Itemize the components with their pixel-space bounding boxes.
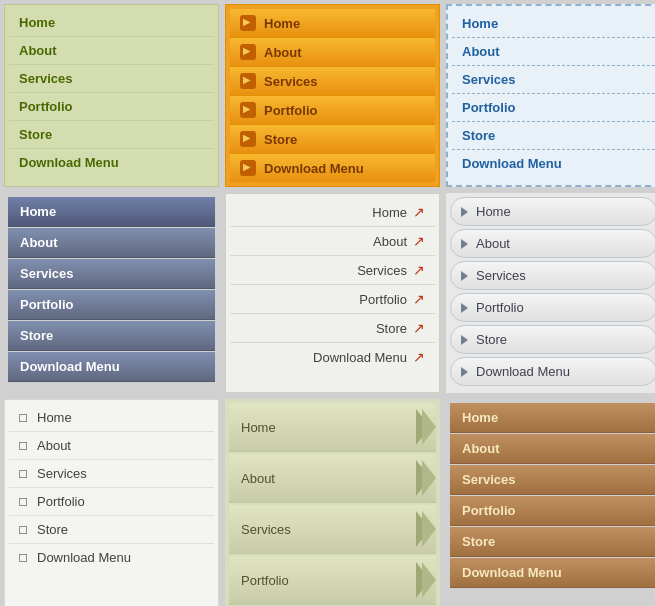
chevron-icon <box>414 409 436 445</box>
triangle-icon <box>461 367 468 377</box>
menu-item-home[interactable]: Home <box>8 197 215 227</box>
menu-item-download[interactable]: Download Menu <box>230 154 435 182</box>
menu-item-services[interactable]: Services <box>230 67 435 96</box>
menu-green: Home About Services Portfolio Store Down… <box>4 4 219 187</box>
arrow-icon <box>240 102 256 118</box>
triangle-icon <box>461 239 468 249</box>
bullet-icon <box>19 442 27 450</box>
menu-item-home[interactable]: Home <box>450 403 655 433</box>
menu-item-store[interactable]: Store <box>8 321 215 351</box>
menu-item-download[interactable]: Download Menu <box>450 357 655 386</box>
menu-grid: Home About Services Portfolio Store Down… <box>4 4 651 606</box>
triangle-icon <box>461 207 468 217</box>
menu-item-home[interactable]: Home <box>452 10 655 38</box>
menu-item-portfolio[interactable]: Portfolio <box>450 496 655 526</box>
menu-item-services[interactable]: Services ↗ <box>230 256 435 285</box>
menu-orange: Home About Services Portfolio Store Down… <box>225 4 440 187</box>
item-label: Services <box>241 522 291 537</box>
menu-item-about[interactable]: About <box>452 38 655 66</box>
menu-item-store[interactable]: Store <box>450 325 655 354</box>
menu-item-portfolio[interactable]: Portfolio <box>230 96 435 125</box>
menu-item-store[interactable]: Store <box>9 121 214 149</box>
bullet-icon <box>19 526 27 534</box>
item-label: Home <box>241 420 276 435</box>
menu-item-portfolio[interactable]: Portfolio <box>229 556 436 605</box>
triangle-icon <box>461 271 468 281</box>
menu-bullet: Home About Services Portfolio Store Down… <box>4 399 219 606</box>
menu-item-store[interactable]: Store <box>9 516 214 544</box>
arrow-icon <box>240 160 256 176</box>
menu-item-home[interactable]: Home <box>229 403 436 452</box>
triangle-icon <box>461 335 468 345</box>
menu-item-about[interactable]: About <box>229 454 436 503</box>
menu-item-home[interactable]: Home <box>230 9 435 38</box>
menu-item-services[interactable]: Services <box>229 505 436 554</box>
menu-brown: Home About Services Portfolio Store Down… <box>446 399 655 606</box>
item-label: Portfolio <box>241 573 289 588</box>
menu-rounded: Home About Services Portfolio Store Down… <box>446 193 655 393</box>
menu-dotted: Home About Services Portfolio Store Down… <box>446 4 655 187</box>
arrow-icon <box>240 131 256 147</box>
menu-item-services[interactable]: Services <box>452 66 655 94</box>
menu-item-download[interactable]: Download Menu <box>452 150 655 177</box>
menu-item-portfolio[interactable]: Portfolio <box>8 290 215 320</box>
bullet-icon <box>19 554 27 562</box>
red-arrow-icon: ↗ <box>413 320 425 336</box>
menu-item-portfolio[interactable]: Portfolio ↗ <box>230 285 435 314</box>
red-arrow-icon: ↗ <box>413 291 425 307</box>
arrow-icon <box>240 73 256 89</box>
menu-item-about[interactable]: About <box>450 229 655 258</box>
red-arrow-icon: ↗ <box>413 349 425 365</box>
menu-right: Home ↗ About ↗ Services ↗ Portfolio ↗ St… <box>225 193 440 393</box>
menu-item-store[interactable]: Store <box>452 122 655 150</box>
menu-item-about[interactable]: About <box>9 37 214 65</box>
menu-item-home[interactable]: Home ↗ <box>230 198 435 227</box>
chevron-icon <box>414 511 436 547</box>
menu-item-about[interactable]: About <box>9 432 214 460</box>
menu-item-services[interactable]: Services <box>9 65 214 93</box>
bullet-icon <box>19 470 27 478</box>
menu-item-download[interactable]: Download Menu <box>8 352 215 382</box>
menu-item-home[interactable]: Home <box>450 197 655 226</box>
menu-item-download[interactable]: Download Menu <box>9 149 214 176</box>
menu-chevron: Home About Services Portfolio Store <box>225 399 440 606</box>
menu-dark: Home About Services Portfolio Store Down… <box>4 193 219 393</box>
menu-item-services[interactable]: Services <box>9 460 214 488</box>
menu-item-store[interactable]: Store <box>450 527 655 557</box>
menu-item-portfolio[interactable]: Portfolio <box>9 488 214 516</box>
menu-item-download[interactable]: Download Menu ↗ <box>230 343 435 371</box>
menu-item-home[interactable]: Home <box>9 9 214 37</box>
menu-item-portfolio[interactable]: Portfolio <box>452 94 655 122</box>
menu-item-services[interactable]: Services <box>450 465 655 495</box>
arrow-icon <box>240 15 256 31</box>
menu-item-about[interactable]: About <box>450 434 655 464</box>
menu-item-home[interactable]: Home <box>9 404 214 432</box>
red-arrow-icon: ↗ <box>413 262 425 278</box>
menu-item-download[interactable]: Download Menu <box>9 544 214 571</box>
chevron-icon <box>414 460 436 496</box>
menu-item-about[interactable]: About ↗ <box>230 227 435 256</box>
chevron-icon <box>414 562 436 598</box>
menu-item-services[interactable]: Services <box>450 261 655 290</box>
menu-item-store[interactable]: Store <box>230 125 435 154</box>
bullet-icon <box>19 498 27 506</box>
red-arrow-icon: ↗ <box>413 233 425 249</box>
arrow-icon <box>240 44 256 60</box>
red-arrow-icon: ↗ <box>413 204 425 220</box>
menu-item-about[interactable]: About <box>230 38 435 67</box>
menu-item-services[interactable]: Services <box>8 259 215 289</box>
menu-item-download[interactable]: Download Menu <box>450 558 655 588</box>
triangle-icon <box>461 303 468 313</box>
bullet-icon <box>19 414 27 422</box>
menu-item-about[interactable]: About <box>8 228 215 258</box>
item-label: About <box>241 471 275 486</box>
menu-item-portfolio[interactable]: Portfolio <box>9 93 214 121</box>
menu-item-store[interactable]: Store ↗ <box>230 314 435 343</box>
menu-item-portfolio[interactable]: Portfolio <box>450 293 655 322</box>
